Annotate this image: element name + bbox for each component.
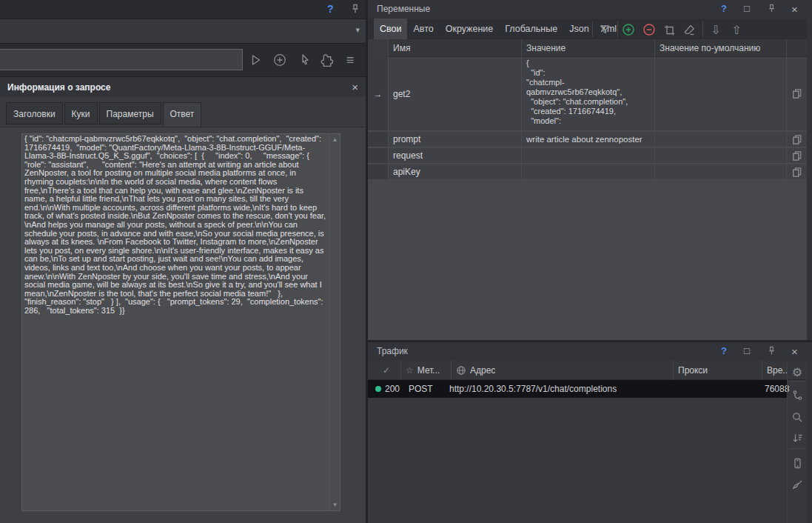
variable-default[interactable] (655, 132, 787, 147)
tab-params[interactable]: Параметры (99, 102, 161, 124)
cursor-icon[interactable] (295, 50, 314, 70)
variables-titlebar: Переменные ? □ × (368, 0, 812, 19)
gear-icon[interactable]: ⚙ (788, 363, 807, 381)
menu-icon[interactable]: ≡ (340, 50, 360, 70)
tab-global[interactable]: Глобальные (499, 19, 563, 40)
request-method: POST (409, 380, 433, 398)
filter-icon[interactable] (596, 21, 614, 39)
variable-name[interactable]: apiKey (389, 164, 522, 179)
copy-value-button[interactable] (787, 132, 807, 147)
browser-tabstrip: ▾ (0, 19, 366, 43)
zennoposter-window: ? ▾ ≡ (0, 0, 812, 523)
variables-tabbar: Свои Авто Окружение Глобальные Json Xml (368, 19, 812, 40)
pin-icon[interactable] (768, 346, 776, 356)
panel-title: Информация о запросе (7, 82, 110, 93)
variable-value[interactable] (522, 148, 655, 163)
help-icon[interactable]: ? (721, 345, 727, 356)
browser-titlebar: ? (0, 0, 366, 19)
tab-cookies[interactable]: Куки (64, 102, 98, 124)
divider (592, 21, 593, 37)
move-up-icon[interactable]: ⇧ (728, 21, 745, 39)
column-header-label: Мет... (417, 365, 440, 376)
search-icon[interactable] (788, 408, 807, 426)
tab-auto[interactable]: Авто (407, 19, 439, 40)
address-input[interactable] (0, 49, 243, 70)
traffic-side-toolbar: ⚙ (787, 361, 807, 523)
copy-value-button[interactable] (787, 164, 807, 179)
sort-icon[interactable] (788, 429, 807, 447)
browser-toolbar: ≡ (0, 43, 366, 76)
table-row[interactable]: apiKey (368, 164, 807, 180)
traffic-row[interactable]: 200 POST http://10.20.30.5:7787/v1/chat/… (368, 380, 787, 398)
device-icon[interactable] (788, 454, 807, 472)
clear-broom-icon[interactable] (788, 476, 807, 493)
response-scrollbar[interactable]: ▲ ▼ (329, 134, 340, 510)
column-header-default[interactable]: Значение по-умолчанию (655, 39, 787, 57)
variable-name[interactable]: get2 (389, 57, 522, 130)
traffic-scrollbar[interactable] (807, 342, 812, 523)
table-row[interactable]: → get2 { "id": "chatcmpl-qabmvzrwc5rb67e… (368, 57, 807, 131)
variable-value[interactable]: { "id": "chatcmpl-qabmvzrwc5rb67eqkkotq"… (522, 57, 655, 130)
variable-value[interactable]: write article about zennoposter (522, 132, 655, 147)
chevron-down-icon[interactable]: ▾ (355, 25, 360, 35)
column-header-label: Адрес (470, 365, 495, 376)
variable-default[interactable] (655, 164, 787, 179)
puzzle-icon[interactable] (317, 50, 336, 70)
move-down-icon[interactable]: ⇩ (707, 21, 725, 39)
close-icon[interactable]: × (791, 3, 798, 16)
edit-window-icon[interactable] (660, 21, 678, 39)
request-url: http://10.20.30.5:7787/v1/chat/completio… (449, 380, 617, 398)
column-header-time[interactable]: Вре... (762, 361, 787, 380)
copy-column-header (787, 39, 807, 57)
variable-value[interactable] (522, 164, 655, 179)
traffic-panel: Трафик ? □ × ✓ ☆ Мет... (368, 342, 812, 523)
variable-name[interactable]: prompt (389, 132, 522, 147)
table-row[interactable]: prompt write article about zennoposter (368, 132, 807, 147)
pin-icon[interactable] (768, 4, 776, 13)
follow-request-icon[interactable] (788, 386, 807, 404)
globe-icon (456, 365, 466, 376)
add-circle-icon[interactable] (270, 50, 289, 70)
tab-headers[interactable]: Заголовки (6, 102, 63, 124)
help-icon[interactable]: ? (327, 3, 334, 15)
remove-variable-icon[interactable] (640, 21, 658, 39)
variable-default[interactable] (655, 148, 787, 163)
column-header-method[interactable]: ☆ Мет... (401, 361, 452, 380)
variable-name[interactable]: request (389, 148, 522, 163)
eraser-icon[interactable] (680, 21, 698, 39)
tab-environment[interactable]: Окружение (440, 19, 500, 40)
column-header-address[interactable]: Адрес (452, 361, 674, 380)
copy-value-button[interactable] (787, 57, 807, 130)
variables-scrollbar[interactable] (807, 0, 812, 340)
panel-title: Переменные (377, 4, 430, 14)
column-header-proxy[interactable]: Прокси (674, 361, 762, 380)
table-row[interactable]: request (368, 148, 807, 164)
maximize-icon[interactable]: □ (744, 345, 750, 356)
tab-own[interactable]: Свои (374, 19, 407, 40)
add-variable-icon[interactable] (620, 21, 637, 39)
tab-json[interactable]: Json (563, 19, 594, 40)
variable-default[interactable] (655, 57, 787, 130)
tab-response[interactable]: Ответ (163, 102, 202, 127)
column-header-label: Вре... (767, 365, 787, 376)
column-header-success: ✓ (368, 361, 401, 380)
scroll-up-icon[interactable]: ▲ (329, 136, 340, 143)
maximize-icon[interactable]: □ (744, 3, 750, 14)
traffic-table-header: ✓ ☆ Мет... Адрес Прокси Вре... (368, 361, 807, 380)
current-row-marker-icon: → (368, 57, 389, 130)
response-textarea[interactable]: { "id": "chatcmpl-qabmvzrwc5rb67eqkkotq"… (21, 133, 340, 511)
close-icon[interactable]: × (352, 81, 358, 93)
row-marker-column-header (368, 39, 389, 57)
pin-icon[interactable] (351, 4, 360, 14)
column-header-name[interactable]: Имя (389, 39, 522, 57)
play-icon[interactable] (246, 50, 265, 70)
help-icon[interactable]: ? (721, 3, 727, 14)
close-icon[interactable]: × (791, 345, 798, 358)
scroll-down-icon[interactable]: ▼ (329, 502, 340, 508)
check-icon[interactable]: ✓ (383, 365, 390, 376)
request-time: 76088 (765, 380, 789, 398)
variables-table-header: Имя Значение Значение по-умолчанию (368, 39, 812, 57)
traffic-titlebar: Трафик ? □ × (368, 342, 812, 361)
copy-value-button[interactable] (787, 148, 807, 163)
column-header-value[interactable]: Значение (522, 39, 655, 57)
